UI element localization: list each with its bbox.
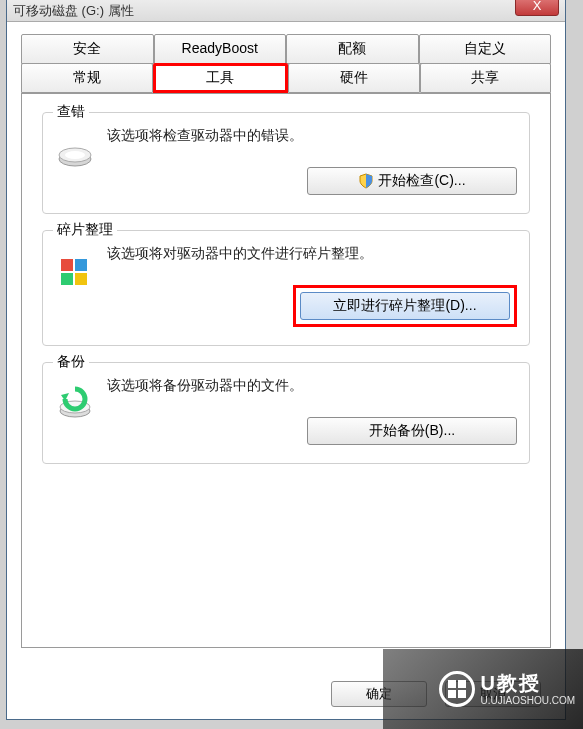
tab-row-1: 安全 ReadyBoost 配额 自定义 bbox=[21, 34, 551, 63]
group-defrag: 碎片整理 该选项将对驱动器中的文件进行碎片整理。 立即进行碎片整理(D)... bbox=[42, 230, 530, 346]
backup-desc: 该选项将备份驱动器中的文件。 bbox=[107, 377, 517, 395]
tab-hardware[interactable]: 硬件 bbox=[288, 63, 420, 93]
tab-custom[interactable]: 自定义 bbox=[419, 34, 552, 64]
tab-quota[interactable]: 配额 bbox=[286, 34, 419, 64]
svg-rect-4 bbox=[75, 259, 87, 271]
tab-general[interactable]: 常规 bbox=[21, 63, 153, 93]
properties-dialog: 可移动磁盘 (G:) 属性 X 安全 ReadyBoost 配额 自定义 常规 … bbox=[6, 0, 566, 720]
svg-rect-5 bbox=[61, 273, 73, 285]
backup-icon bbox=[55, 383, 95, 423]
tab-row-2: 常规 工具 硬件 共享 bbox=[21, 63, 551, 93]
group-title-check: 查错 bbox=[53, 103, 89, 121]
tools-panel: 查错 该选项将检查驱动器中的错误。 开始检查(C)... bbox=[21, 93, 551, 648]
svg-rect-6 bbox=[75, 273, 87, 285]
svg-point-2 bbox=[65, 151, 85, 159]
group-error-check: 查错 该选项将检查驱动器中的错误。 开始检查(C)... bbox=[42, 112, 530, 214]
tab-readyboost[interactable]: ReadyBoost bbox=[154, 34, 287, 64]
tabstrip: 安全 ReadyBoost 配额 自定义 常规 工具 硬件 共享 bbox=[21, 34, 551, 93]
watermark-logo-icon bbox=[439, 671, 475, 707]
group-title-defrag: 碎片整理 bbox=[53, 221, 117, 239]
check-desc: 该选项将检查驱动器中的错误。 bbox=[107, 127, 517, 145]
tab-security[interactable]: 安全 bbox=[21, 34, 154, 64]
group-backup: 备份 该选项将备份驱动器中的文件。 开始备份(B)... bbox=[42, 362, 530, 464]
watermark: U教授 U.UJIAOSHOU.COM bbox=[383, 649, 583, 729]
group-title-backup: 备份 bbox=[53, 353, 89, 371]
start-backup-button[interactable]: 开始备份(B)... bbox=[307, 417, 517, 445]
tab-sharing[interactable]: 共享 bbox=[420, 63, 552, 93]
close-button[interactable]: X bbox=[515, 0, 559, 16]
tab-tools[interactable]: 工具 bbox=[153, 63, 289, 93]
defrag-now-button[interactable]: 立即进行碎片整理(D)... bbox=[300, 292, 510, 320]
defrag-desc: 该选项将对驱动器中的文件进行碎片整理。 bbox=[107, 245, 517, 263]
svg-rect-3 bbox=[61, 259, 73, 271]
close-icon: X bbox=[533, 0, 542, 13]
start-check-button[interactable]: 开始检查(C)... bbox=[307, 167, 517, 195]
drive-check-icon bbox=[55, 133, 95, 173]
shield-icon bbox=[358, 173, 374, 189]
content-area: 安全 ReadyBoost 配额 自定义 常规 工具 硬件 共享 查错 bbox=[7, 22, 565, 658]
defrag-highlight: 立即进行碎片整理(D)... bbox=[293, 285, 517, 327]
titlebar[interactable]: 可移动磁盘 (G:) 属性 bbox=[7, 0, 565, 22]
window-title: 可移动磁盘 (G:) 属性 bbox=[13, 2, 134, 20]
watermark-text: U教授 U.UJIAOSHOU.COM bbox=[481, 671, 575, 707]
defrag-icon bbox=[55, 251, 95, 291]
